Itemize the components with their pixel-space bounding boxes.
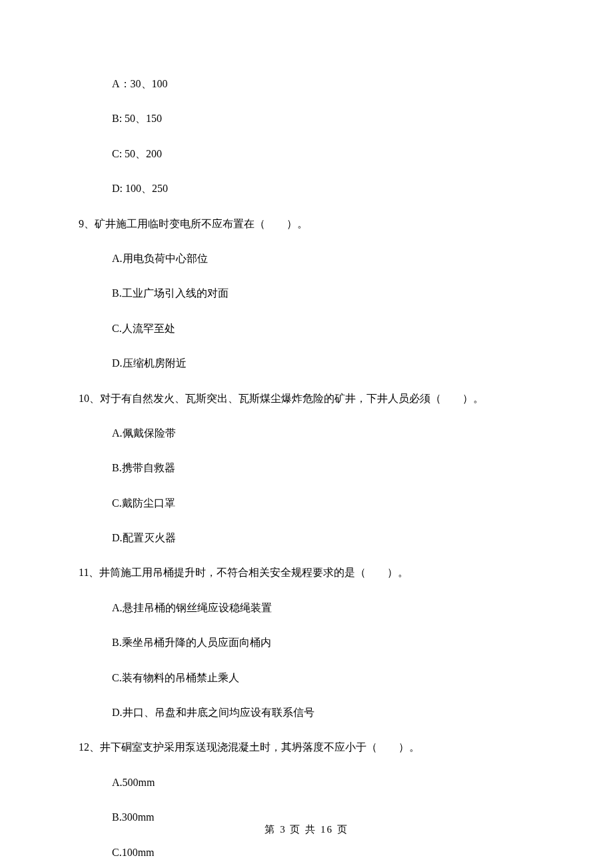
q8-option-c: C: 50、200 — [0, 147, 613, 161]
q8-option-d: D: 100、250 — [0, 181, 613, 196]
page-footer: 第 3 页 共 16 页 — [0, 823, 613, 836]
q12-option-c: C.100mm — [0, 845, 613, 860]
q9-option-d: D.压缩机房附近 — [0, 356, 613, 371]
q9-option-b: B.工业广场引入线的对面 — [0, 286, 613, 301]
q11-option-d: D.井口、吊盘和井底之间均应设有联系信号 — [0, 705, 613, 720]
q12-stem: 12、井下硐室支护采用泵送现浇混凝土时，其坍落度不应小于（ ）。 — [0, 740, 613, 755]
q10-stem: 10、对于有自然发火、瓦斯突出、瓦斯煤尘爆炸危险的矿井，下井人员必须（ ）。 — [0, 391, 613, 406]
q11-option-c: C.装有物料的吊桶禁止乘人 — [0, 671, 613, 685]
q9-option-a: A.用电负荷中心部位 — [0, 251, 613, 266]
q10-option-b: B.携带自救器 — [0, 461, 613, 475]
q9-option-c: C.人流罕至处 — [0, 321, 613, 336]
q11-stem: 11、井筒施工用吊桶提升时，不符合相关安全规程要求的是（ ）。 — [0, 565, 613, 580]
q11-option-a: A.悬挂吊桶的钢丝绳应设稳绳装置 — [0, 601, 613, 615]
q9-stem: 9、矿井施工用临时变电所不应布置在（ ）。 — [0, 217, 613, 231]
q11-option-b: B.乘坐吊桶升降的人员应面向桶内 — [0, 635, 613, 650]
q10-option-d: D.配置灭火器 — [0, 531, 613, 545]
q8-option-b: B: 50、150 — [0, 111, 613, 126]
q10-option-c: C.戴防尘口罩 — [0, 496, 613, 511]
q10-option-a: A.佩戴保险带 — [0, 426, 613, 441]
q8-option-a: A：30、100 — [0, 77, 613, 91]
q12-option-a: A.500mm — [0, 775, 613, 790]
